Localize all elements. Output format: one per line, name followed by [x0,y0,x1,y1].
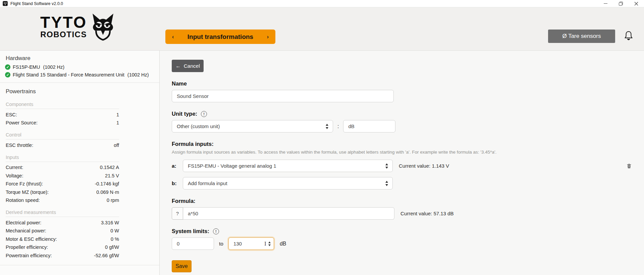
stat-value: -0.1746 kgf [95,181,119,186]
stat-row: Electrical power: 3.316 W [6,220,119,225]
stat-row: Torque MZ (torque): 0.069 N·m [6,189,119,195]
stat-label: Propeller efficiency: [6,244,48,250]
formula-input-select-a[interactable]: FS15P-EMU - Voltage general analog 1 [183,160,393,172]
logo-text: TYTO ROBOTICS [40,15,87,39]
stat-value: 0.069 N·m [96,189,119,195]
nav-page-title: Input transformations [187,33,253,41]
minimize-icon [604,3,607,4]
hardware-device: ✓ FS15P-EMU (1002 Hz) [5,64,159,70]
app-icon [3,1,8,6]
restore-button[interactable] [613,0,629,7]
stat-label: ESC: [6,112,17,117]
powertrains-section-title: Powertrains [6,88,159,95]
name-label: Name [172,80,632,87]
formula-row: ? Current value: 57.13 dB [172,207,632,220]
system-limits-label-text: System limits: [172,228,209,234]
nav-next-icon[interactable]: › [267,34,269,40]
check-icon: ✓ [5,64,10,70]
unit-type-row: Other (custom unit) : [172,120,632,132]
stat-label: Force Fz (thrust): [6,181,43,186]
unit-type-select[interactable]: Other (custom unit) [172,120,333,132]
info-icon[interactable]: ! [201,111,207,117]
cancel-button[interactable]: ← Cancel [172,60,204,72]
group-title-inputs: Inputs [6,155,119,162]
nav-prev-icon[interactable]: ‹ [172,34,174,40]
unit-type-label: Unit type: ! [172,111,632,117]
stat-value: off [114,143,119,148]
variable-label-a: a: [172,163,183,169]
device-rate: (1002 Hz) [43,64,64,70]
restore-icon [619,2,623,6]
device-name: FS15P-EMU [13,64,40,70]
save-label: Save [175,263,187,269]
stat-label: ESC throttle: [6,143,33,148]
stat-label: Voltage: [6,173,23,178]
formula-input[interactable] [183,207,394,220]
select-arrows-icon [385,163,388,169]
tyto-robotics-logo: TYTO ROBOTICS [40,13,118,42]
close-button[interactable] [629,0,644,7]
back-arrow-icon: ← [175,63,181,69]
stat-row: Voltage: 21.5 V [6,173,119,178]
variable-label-b: b: [172,180,183,186]
select-arrows-icon [325,124,329,129]
window-title: Flight Stand Software v2.0.0 [10,1,63,6]
limit-min-input[interactable] [172,237,214,250]
stat-value: 0 gf/W [105,244,119,250]
stat-label: Power Source: [6,120,38,125]
formula-input-row-b: b: Add formula input [172,177,632,189]
stat-row: Powertrain efficiency: -52.66 gf/W [6,253,119,258]
text-cursor-icon: I [264,241,266,247]
stat-label: Mechanical power: [6,228,46,233]
titlebar: Flight Stand Software v2.0.0 [0,0,644,7]
cancel-label: Cancel [184,63,200,69]
stat-row: Motor & ESC efficiency: 0 % [6,236,119,242]
custom-unit-input[interactable] [343,120,395,132]
stat-value: 0.1542 A [100,165,119,170]
unit-separator: : [337,123,339,129]
stat-label: Rotation speed: [6,198,40,203]
app-header: TYTO ROBOTICS ‹ Input transformations › … [0,7,644,50]
bell-icon [623,30,634,42]
stat-value: 21.5 V [105,173,119,178]
stat-value: 3.316 W [101,220,119,225]
logo-line1: TYTO [40,15,87,30]
stat-row: Propeller efficiency: 0 gf/W [6,244,119,250]
current-value-a: Current value: 1.143 V [399,163,449,169]
page-body: Hardware ✓ FS15P-EMU (1002 Hz) ✓ Flight … [0,50,644,275]
limits-to-text: to [219,241,223,247]
stat-row: Current: 0.1542 A [6,165,119,170]
device-name: Flight Stand 15 Standard - Force Measure… [13,72,124,77]
minimize-button[interactable] [598,0,613,7]
save-button[interactable]: Save [172,260,192,272]
limit-max-input[interactable]: 130 I [228,237,274,250]
stat-row: Mechanical power: 0 W [6,228,119,233]
stat-value: 1 [116,112,119,117]
formula-input-select-b[interactable]: Add formula input [183,177,393,189]
hardware-device: ✓ Flight Stand 15 Standard - Force Measu… [5,72,159,77]
notifications-button[interactable] [623,30,634,43]
formula-help-button[interactable]: ? [172,207,183,220]
stat-label: Motor & ESC efficiency: [6,236,57,242]
hardware-section-title: Hardware [6,55,159,62]
sidebar-divider [0,82,159,83]
tare-sensors-button[interactable]: Ø Tare sensors [548,30,615,43]
formula-inputs-description: Assign formula input sources as variable… [172,150,632,155]
formula-label: Formula: [172,198,632,204]
name-input[interactable] [172,90,394,102]
stat-label: Current: [6,165,23,170]
input-transformation-form: ← Cancel Name Unit type: ! Other (custom… [160,51,644,275]
group-title-components: Components [6,102,119,109]
check-icon: ✓ [5,72,10,77]
device-rate: (1002 Hz) [127,72,149,77]
stat-value: 0 % [111,236,119,242]
unit-type-selected: Other (custom unit) [177,123,220,129]
delete-transformation-button[interactable] [626,163,632,170]
info-icon[interactable]: ! [213,228,219,234]
sidebar: Hardware ✓ FS15P-EMU (1002 Hz) ✓ Flight … [0,51,160,275]
formula-inputs-label: Formula inputs: [172,141,632,147]
number-spinner-icon[interactable] [268,241,271,246]
input-transformations-nav[interactable]: ‹ Input transformations › [165,30,275,44]
trash-icon [626,163,632,169]
logo-line2: ROBOTICS [40,30,87,39]
